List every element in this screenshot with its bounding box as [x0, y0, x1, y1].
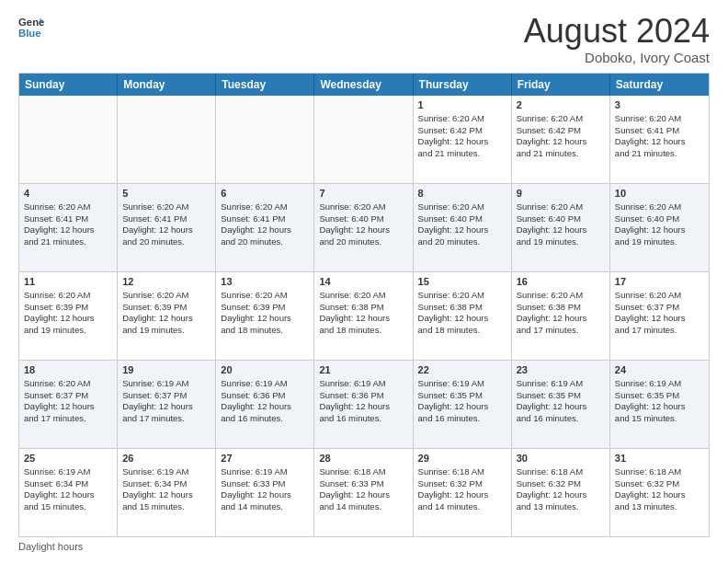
day-info: Daylight: 12 hours	[615, 136, 704, 148]
day-info: and 17 minutes.	[615, 325, 704, 337]
day-info: and 15 minutes.	[24, 501, 112, 513]
day-info: Sunset: 6:41 PM	[24, 213, 112, 225]
day-info: Sunrise: 6:20 AM	[517, 201, 605, 213]
day-info: Sunset: 6:40 PM	[615, 213, 704, 225]
day-info: and 17 minutes.	[122, 413, 210, 425]
day-info: Daylight: 12 hours	[221, 401, 309, 413]
day-info: and 14 minutes.	[221, 501, 309, 513]
day-info: Sunrise: 6:20 AM	[319, 290, 407, 302]
day-info: Sunset: 6:35 PM	[615, 390, 704, 402]
day-info: Daylight: 12 hours	[319, 401, 407, 413]
day-info: and 13 minutes.	[517, 501, 605, 513]
day-info: Daylight: 12 hours	[319, 224, 407, 236]
calendar-week-4: 18Sunrise: 6:20 AMSunset: 6:37 PMDayligh…	[19, 360, 709, 448]
day-info: Daylight: 12 hours	[319, 489, 407, 501]
cal-cell: 14Sunrise: 6:20 AMSunset: 6:38 PMDayligh…	[314, 272, 413, 360]
day-info: Daylight: 12 hours	[517, 313, 605, 325]
day-number: 31	[615, 452, 704, 465]
day-info: Daylight: 12 hours	[24, 401, 112, 413]
day-info: and 19 minutes.	[122, 325, 210, 337]
day-number: 5	[122, 187, 210, 201]
day-info: Sunset: 6:32 PM	[418, 478, 506, 490]
day-number: 22	[418, 363, 506, 377]
day-info: Sunset: 6:35 PM	[418, 390, 506, 402]
day-info: and 14 minutes.	[418, 501, 506, 513]
calendar-week-1: 1Sunrise: 6:20 AMSunset: 6:42 PMDaylight…	[19, 96, 709, 183]
day-info: Sunrise: 6:20 AM	[24, 378, 112, 390]
header-thursday: Thursday	[414, 74, 512, 96]
day-info: Sunrise: 6:19 AM	[221, 378, 309, 390]
day-info: Daylight: 12 hours	[615, 489, 704, 501]
day-info: Daylight: 12 hours	[122, 224, 210, 236]
day-info: Sunset: 6:39 PM	[221, 302, 309, 314]
page: General Blue August 2024 Doboko, Ivory C…	[0, 0, 728, 563]
day-info: Daylight: 12 hours	[418, 313, 506, 325]
day-info: Sunrise: 6:20 AM	[319, 201, 407, 213]
svg-text:Blue: Blue	[18, 28, 41, 39]
day-info: Sunrise: 6:20 AM	[418, 201, 506, 213]
header-wednesday: Wednesday	[314, 74, 413, 96]
day-info: Daylight: 12 hours	[517, 489, 605, 501]
day-info: Sunrise: 6:20 AM	[122, 290, 210, 302]
day-info: Sunrise: 6:19 AM	[418, 378, 506, 390]
cal-cell	[314, 96, 413, 183]
cal-cell: 17Sunrise: 6:20 AMSunset: 6:37 PMDayligh…	[610, 272, 709, 360]
cal-cell: 25Sunrise: 6:19 AMSunset: 6:34 PMDayligh…	[19, 449, 118, 536]
day-info: Sunrise: 6:20 AM	[615, 113, 704, 125]
day-info: and 21 minutes.	[517, 148, 605, 160]
day-info: Sunrise: 6:20 AM	[122, 201, 210, 213]
calendar: Sunday Monday Tuesday Wednesday Thursday…	[18, 73, 710, 537]
title-block: August 2024 Doboko, Ivory Coast	[524, 15, 710, 65]
day-info: Daylight: 12 hours	[517, 224, 605, 236]
day-info: and 20 minutes.	[122, 236, 210, 248]
day-number: 3	[615, 98, 704, 112]
day-info: and 15 minutes.	[615, 413, 704, 425]
day-info: Sunrise: 6:19 AM	[319, 378, 407, 390]
cal-cell: 18Sunrise: 6:20 AMSunset: 6:37 PMDayligh…	[19, 361, 118, 448]
cal-cell: 27Sunrise: 6:19 AMSunset: 6:33 PMDayligh…	[216, 449, 314, 536]
cal-cell: 23Sunrise: 6:19 AMSunset: 6:35 PMDayligh…	[512, 361, 610, 448]
day-info: Sunrise: 6:20 AM	[517, 290, 605, 302]
day-info: and 18 minutes.	[221, 325, 309, 337]
day-info: Sunrise: 6:19 AM	[221, 466, 309, 478]
day-info: Sunrise: 6:19 AM	[122, 378, 210, 390]
month-year: August 2024	[524, 15, 710, 48]
day-info: and 19 minutes.	[24, 325, 112, 337]
cal-cell: 31Sunrise: 6:18 AMSunset: 6:32 PMDayligh…	[610, 449, 709, 536]
cal-cell	[19, 96, 118, 183]
day-info: Sunset: 6:37 PM	[615, 302, 704, 314]
cal-cell: 30Sunrise: 6:18 AMSunset: 6:32 PMDayligh…	[512, 449, 610, 536]
day-number: 7	[319, 187, 407, 201]
cal-cell: 7Sunrise: 6:20 AMSunset: 6:40 PMDaylight…	[314, 184, 413, 271]
day-info: Sunrise: 6:20 AM	[221, 201, 309, 213]
day-number: 16	[517, 275, 605, 289]
cal-cell	[216, 96, 314, 183]
day-info: and 17 minutes.	[517, 325, 605, 337]
day-number: 12	[122, 275, 210, 289]
cal-cell: 12Sunrise: 6:20 AMSunset: 6:39 PMDayligh…	[118, 272, 216, 360]
day-info: Daylight: 12 hours	[122, 489, 210, 501]
daylight-label: Daylight hours	[18, 541, 83, 552]
cal-cell: 4Sunrise: 6:20 AMSunset: 6:41 PMDaylight…	[19, 184, 118, 271]
day-info: Daylight: 12 hours	[615, 401, 704, 413]
calendar-header: Sunday Monday Tuesday Wednesday Thursday…	[19, 74, 709, 96]
day-number: 26	[122, 452, 210, 465]
day-info: Sunrise: 6:20 AM	[615, 201, 704, 213]
day-info: and 19 minutes.	[517, 236, 605, 248]
day-info: and 13 minutes.	[615, 501, 704, 513]
day-info: and 18 minutes.	[418, 325, 506, 337]
cal-cell: 5Sunrise: 6:20 AMSunset: 6:41 PMDaylight…	[118, 184, 216, 271]
day-info: Daylight: 12 hours	[24, 313, 112, 325]
day-info: Sunset: 6:38 PM	[517, 302, 605, 314]
day-info: Sunset: 6:41 PM	[221, 213, 309, 225]
day-info: and 20 minutes.	[418, 236, 506, 248]
day-info: Sunrise: 6:18 AM	[517, 466, 605, 478]
day-info: Sunrise: 6:19 AM	[517, 378, 605, 390]
day-info: Sunset: 6:34 PM	[122, 478, 210, 490]
cal-cell: 19Sunrise: 6:19 AMSunset: 6:37 PMDayligh…	[118, 361, 216, 448]
day-number: 15	[418, 275, 506, 289]
day-number: 19	[122, 363, 210, 377]
header-saturday: Saturday	[610, 74, 709, 96]
day-info: and 16 minutes.	[319, 413, 407, 425]
cal-cell: 3Sunrise: 6:20 AMSunset: 6:41 PMDaylight…	[610, 96, 709, 183]
